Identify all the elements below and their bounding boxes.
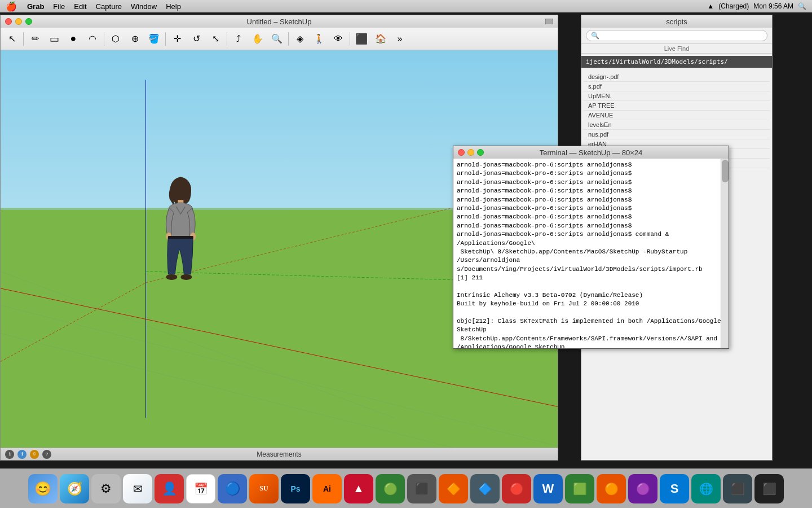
scripts-item[interactable]: UpMEN. xyxy=(584,91,770,101)
dock-icon-12[interactable]: 🌐 xyxy=(691,474,721,503)
menubar-window[interactable]: Window xyxy=(126,2,161,11)
dock-icon-14[interactable]: ⬛ xyxy=(754,474,784,503)
dock-icon-10[interactable]: 🟠 xyxy=(597,474,626,503)
search-icon[interactable]: 🔍 xyxy=(798,2,806,10)
tool-hand[interactable]: ✋ xyxy=(249,30,267,48)
tool-move[interactable]: ✛ xyxy=(168,30,186,48)
dock-icon-1[interactable]: 🔵 xyxy=(218,474,247,503)
menubar-file[interactable]: File xyxy=(48,2,69,11)
terminal-line: objc[212]: Class SKTextPath is implement… xyxy=(457,317,725,335)
dock-mail[interactable]: ✉ xyxy=(123,474,152,503)
minimize-button[interactable] xyxy=(15,18,22,25)
terminal-line xyxy=(457,282,725,291)
dock-icon-4[interactable]: ⬛ xyxy=(407,474,436,503)
close-button[interactable] xyxy=(5,18,12,25)
sketchup-toolbar: ↖ ✏ ▭ ● ◠ ⬡ ⊕ 🪣 ✛ ↺ ⤡ ⤴ ✋ 🔍 ◈ 🚶 👁 ⬛ 🏠 » xyxy=(1,28,558,50)
terminal-line: Built by keyhole-build on Fri Jul 2 00:0… xyxy=(457,300,725,308)
dock-skype[interactable]: S xyxy=(660,474,689,503)
scripts-item[interactable]: nus.pdf xyxy=(584,130,770,139)
clock: Mon 9:56 AM xyxy=(753,2,793,10)
dock-calendar[interactable]: 📅 xyxy=(186,474,215,503)
terminal-line: arnold-jonas=macbook-pro-6:scripts arnol… xyxy=(457,230,725,248)
live-find-label: Live Find xyxy=(581,44,772,54)
terminal-line: arnold-jonas=macbook-pro-6:scripts arnol… xyxy=(457,169,725,178)
tool-look[interactable]: 👁 xyxy=(329,30,347,48)
tool-followme[interactable]: ⤴ xyxy=(230,30,248,48)
terminal-scrollbar[interactable] xyxy=(721,159,729,348)
status-icon-2: ℹ xyxy=(17,450,27,459)
dock-illustrator[interactable]: Ai xyxy=(312,474,342,503)
terminal-line: [1] 211 xyxy=(457,274,725,282)
svg-point-14 xyxy=(166,274,177,280)
tool-arc[interactable]: ◠ xyxy=(83,30,102,48)
terminal-close[interactable] xyxy=(458,149,465,156)
tool-pushpull[interactable]: ⊕ xyxy=(126,30,144,48)
terminal-line: arnold-jonas=macbook-pro-6:scripts arnol… xyxy=(457,161,725,169)
dock-safari[interactable]: 🧭 xyxy=(60,474,89,503)
dock-icon-9[interactable]: 🟩 xyxy=(565,474,594,503)
svg-point-15 xyxy=(180,274,192,280)
scripts-item[interactable]: levelsEn xyxy=(584,120,770,130)
scripts-item[interactable]: AVENUE xyxy=(584,111,770,120)
scripts-title: scripts xyxy=(666,17,687,26)
svg-line-6 xyxy=(1,271,395,418)
scripts-item[interactable]: s.pdf xyxy=(584,82,770,91)
tool-more[interactable]: » xyxy=(391,30,409,48)
dock-sketchup[interactable]: SU xyxy=(249,474,279,503)
terminal-title: Terminal — SketchUp — 80×24 xyxy=(540,148,642,157)
scripts-titlebar: scripts xyxy=(581,15,772,28)
svg-line-7 xyxy=(1,283,145,362)
terminal-traffic-lights xyxy=(458,149,484,156)
scripts-search-input[interactable] xyxy=(586,30,767,41)
menubar-help[interactable]: Help xyxy=(161,2,186,11)
battery-status: (Charged) xyxy=(718,2,749,10)
terminal-line: arnold-jonas=macbook-pro-6:scripts arnol… xyxy=(457,222,725,230)
tool-rectangle[interactable]: ▭ xyxy=(45,30,63,48)
menubar-edit[interactable]: Edit xyxy=(69,2,91,11)
menubar-capture[interactable]: Capture xyxy=(91,2,126,11)
tool-circle[interactable]: ● xyxy=(64,30,82,48)
terminal-content[interactable]: arnold-jonas=macbook-pro-6:scripts arnol… xyxy=(453,159,729,348)
scripts-path: ijects/iVirtualWorld/3DModels/scripts/ xyxy=(581,56,772,68)
dock-icon-8[interactable]: W xyxy=(533,474,563,503)
dock-icon-11[interactable]: 🟣 xyxy=(628,474,657,503)
dock-icon-6[interactable]: 🔷 xyxy=(470,474,500,503)
terminal-line: arnold-jonas=macbook-pro-6:scripts arnol… xyxy=(457,204,725,213)
dock-icon-13[interactable]: ⬛ xyxy=(723,474,752,503)
dock-photoshop[interactable]: Ps xyxy=(281,474,310,503)
apple-menu[interactable]: 🍎 xyxy=(0,1,23,12)
terminal-line: 8/SketchUp.app/Contents/Frameworks/SAPI.… xyxy=(457,335,725,343)
tool-scale[interactable]: ⤡ xyxy=(206,30,224,48)
terminal-line: arnold-jonas=macbook-pro-6:scripts arnol… xyxy=(457,178,725,187)
dock-icon-2[interactable]: ▲ xyxy=(344,474,373,503)
dock-contacts[interactable]: 👤 xyxy=(155,474,184,503)
dock-finder[interactable]: 😊 xyxy=(28,474,58,503)
scrollbar-thumb[interactable] xyxy=(722,160,729,182)
tool-select[interactable]: ↖ xyxy=(3,30,21,48)
terminal-maximize[interactable] xyxy=(477,149,484,156)
maximize-button[interactable] xyxy=(25,18,32,25)
svg-rect-13 xyxy=(168,236,193,239)
scripts-item[interactable]: design-.pdf xyxy=(584,72,770,82)
tool-comp1[interactable]: ⬛ xyxy=(352,30,370,48)
traffic-lights xyxy=(5,18,32,25)
dock-icon-7[interactable]: 🔴 xyxy=(502,474,531,503)
terminal-line: Intrinsic Alchemy v3.3 Beta-0702 (Dynami… xyxy=(457,291,725,300)
terminal-line: /Applications/Google SketchUp 8/SketchUp… xyxy=(457,343,725,348)
scripts-item[interactable]: AP TREE xyxy=(584,101,770,111)
zoom-button[interactable] xyxy=(545,19,553,24)
tool-iso[interactable]: ◈ xyxy=(291,30,309,48)
menubar-grab[interactable]: Grab xyxy=(23,2,48,11)
dock-icon-5[interactable]: 🔶 xyxy=(439,474,468,503)
dock-sysprefs[interactable]: ⚙ xyxy=(91,474,121,503)
dock-icon-3[interactable]: 🟢 xyxy=(376,474,405,503)
tool-pencil[interactable]: ✏ xyxy=(26,30,44,48)
terminal-minimize[interactable] xyxy=(467,149,474,156)
tool-comp2[interactable]: 🏠 xyxy=(372,30,390,48)
tool-walk[interactable]: 🚶 xyxy=(310,30,328,48)
terminal-line: arnold-jonas=macbook-pro-6:scripts arnol… xyxy=(457,187,725,195)
tool-zoom[interactable]: 🔍 xyxy=(268,30,286,48)
tool-polygon[interactable]: ⬡ xyxy=(107,30,125,48)
tool-paint[interactable]: 🪣 xyxy=(145,30,163,48)
tool-rotate[interactable]: ↺ xyxy=(187,30,205,48)
